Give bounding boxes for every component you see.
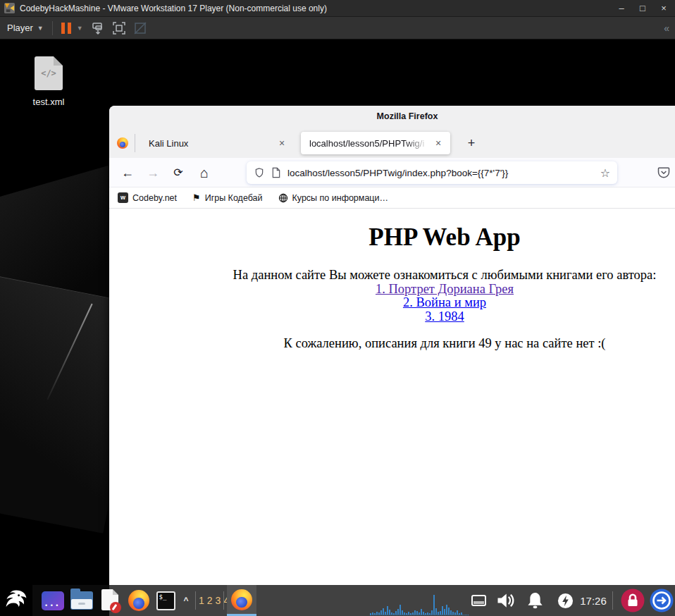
player-menu-label: Player bbox=[7, 23, 33, 33]
tab-close-icon[interactable]: × bbox=[275, 137, 288, 149]
logout-arrow-icon bbox=[650, 589, 674, 612]
firefox-window-button-active[interactable] bbox=[227, 585, 256, 616]
send-shortcut-icon[interactable] bbox=[90, 20, 106, 36]
vmware-window-title: CodebyHackMashine - VMware Workstation 1… bbox=[20, 4, 327, 13]
screen: CodebyHackMashine - VMware Workstation 1… bbox=[0, 0, 675, 616]
vmware-logo-icon bbox=[4, 3, 15, 13]
clock[interactable]: 17:26 bbox=[576, 585, 610, 616]
display-icon bbox=[471, 595, 486, 606]
tab-bar: Kali Linux × localhost/lesson5/PHPTwig/i… bbox=[109, 128, 675, 158]
vmware-toolbar: Player ▼ ▼ « bbox=[0, 17, 675, 39]
bookmark-games[interactable]: ⚑ Игры Кодебай bbox=[192, 192, 262, 203]
notifications-button[interactable] bbox=[523, 585, 547, 616]
text-editor-launcher[interactable] bbox=[98, 585, 123, 616]
minimize-button[interactable]: – bbox=[614, 3, 628, 13]
url-bar[interactable]: localhost/lesson5/PHPTwig/index.php?book… bbox=[247, 161, 617, 184]
app-finder-icon bbox=[42, 591, 64, 610]
tab-kali-linux[interactable]: Kali Linux × bbox=[135, 128, 295, 158]
forward-button: → bbox=[143, 164, 163, 182]
display-tray-button[interactable] bbox=[469, 585, 488, 616]
tab-label: localhost/lesson5/PHPTwig/i bbox=[309, 138, 432, 149]
tab-label: Kali Linux bbox=[149, 138, 275, 149]
bell-icon bbox=[526, 591, 545, 610]
unity-mode-icon-disabled bbox=[132, 20, 148, 36]
code-glyph: </> bbox=[35, 68, 63, 78]
firefox-titlebar[interactable]: Mozilla Firefox bbox=[109, 106, 675, 128]
web-page: PHP Web App На данном сайте Вы можете оз… bbox=[109, 209, 675, 584]
book-link-3[interactable]: 3. 1984 bbox=[425, 309, 464, 324]
bookmark-codeby[interactable]: w Codeby.net bbox=[118, 192, 177, 203]
file-manager-launcher[interactable] bbox=[68, 585, 95, 616]
book-link-1[interactable]: 1. Портрет Дориана Грея bbox=[376, 282, 514, 296]
logout-button[interactable] bbox=[649, 585, 674, 616]
power-bolt-icon bbox=[557, 593, 574, 609]
player-menu-button[interactable]: Player ▼ bbox=[7, 23, 44, 33]
kali-dragon-icon bbox=[4, 588, 29, 613]
maximize-button[interactable]: □ bbox=[636, 3, 650, 13]
navigation-bar: ← → ⟳ ⌂ localhost/lesson5/PHPTwig/index.… bbox=[109, 158, 675, 187]
workspace-switcher[interactable]: 1 2 3 4 bbox=[199, 585, 229, 616]
tab-localhost-active[interactable]: localhost/lesson5/PHPTwig/i × bbox=[301, 132, 450, 154]
home-button[interactable]: ⌂ bbox=[194, 164, 214, 182]
chevron-down-icon: ▼ bbox=[37, 25, 44, 32]
power-manager-button[interactable] bbox=[556, 585, 574, 616]
speaker-icon bbox=[495, 591, 516, 610]
not-found-message: К сожалению, описания для книги 49 у нас… bbox=[109, 337, 675, 351]
bookmarks-bar: w Codeby.net ⚑ Игры Кодебай Курсы по инф… bbox=[109, 187, 675, 209]
taskbar: $_ ^ 1 2 3 4 bbox=[0, 585, 675, 616]
app-finder-launcher[interactable] bbox=[39, 585, 66, 616]
vmware-titlebar: CodebyHackMashine - VMware Workstation 1… bbox=[0, 0, 675, 17]
panel-expand-button[interactable]: ^ bbox=[179, 585, 193, 616]
book-link-2[interactable]: 2. Война и мир bbox=[403, 295, 486, 309]
new-tab-button[interactable]: + bbox=[463, 135, 480, 152]
panel-divider bbox=[612, 591, 613, 610]
firefox-favicon-icon bbox=[117, 137, 128, 149]
page-title: PHP Web App bbox=[109, 223, 675, 252]
url-text: localhost/lesson5/PHPTwig/index.php?book… bbox=[287, 168, 599, 178]
bookmark-label: Игры Кодебай bbox=[205, 193, 263, 203]
globe-icon bbox=[278, 193, 288, 203]
applications-menu-button[interactable] bbox=[0, 585, 32, 616]
bookmark-courses[interactable]: Курсы по информаци… bbox=[278, 193, 389, 203]
terminal-icon: $_ bbox=[156, 591, 175, 610]
xml-file-icon: </> bbox=[35, 56, 63, 90]
intro-text: На данном сайте Вы можете ознакомиться с… bbox=[109, 269, 675, 283]
tab-close-icon[interactable]: × bbox=[432, 137, 445, 149]
workspace-2[interactable]: 2 bbox=[207, 595, 213, 606]
firefox-launcher[interactable] bbox=[125, 585, 152, 616]
collapse-toolbar-button[interactable]: « bbox=[664, 23, 668, 34]
reload-button[interactable]: ⟳ bbox=[168, 164, 188, 182]
firefox-window-title: Mozilla Firefox bbox=[377, 111, 438, 121]
folder-icon bbox=[70, 591, 93, 610]
text-editor-icon bbox=[101, 589, 120, 612]
bookmark-label: Курсы по информаци… bbox=[292, 193, 389, 203]
workspace-1[interactable]: 1 bbox=[199, 595, 204, 606]
codeby-logo-icon: w bbox=[118, 192, 128, 203]
lock-icon bbox=[621, 589, 645, 612]
bookmark-star-icon[interactable]: ☆ bbox=[599, 166, 612, 180]
panel-divider bbox=[195, 591, 196, 610]
workspace-3[interactable]: 3 bbox=[216, 595, 221, 606]
firefox-window: Mozilla Firefox Kali Linux × localhost/l… bbox=[109, 106, 675, 585]
firefox-icon bbox=[128, 590, 149, 611]
terminal-launcher[interactable]: $_ bbox=[154, 585, 178, 616]
flag-icon: ⚑ bbox=[192, 192, 201, 203]
suspend-dropdown-icon[interactable]: ▼ bbox=[77, 25, 83, 32]
firefox-icon bbox=[231, 589, 252, 610]
back-button[interactable]: ← bbox=[118, 164, 137, 182]
vm-desktop: </> test.xml Mozilla Firefox Kali Linux … bbox=[0, 39, 675, 616]
desktop-file-label: test.xml bbox=[20, 97, 78, 107]
toolbar-divider bbox=[52, 21, 53, 35]
fullscreen-icon[interactable] bbox=[111, 20, 127, 36]
desktop-file-test-xml[interactable]: </> test.xml bbox=[20, 56, 78, 107]
cpu-graph[interactable] bbox=[370, 593, 469, 615]
suspend-vm-button[interactable] bbox=[61, 23, 71, 34]
panel-divider bbox=[223, 591, 224, 610]
volume-button[interactable] bbox=[493, 585, 517, 616]
page-icon[interactable] bbox=[271, 167, 281, 178]
pocket-save-icon[interactable] bbox=[657, 166, 671, 180]
bookmark-label: Codeby.net bbox=[132, 193, 177, 203]
shield-icon[interactable] bbox=[254, 167, 265, 178]
lock-screen-button[interactable] bbox=[620, 585, 645, 616]
close-button[interactable]: × bbox=[657, 3, 671, 13]
